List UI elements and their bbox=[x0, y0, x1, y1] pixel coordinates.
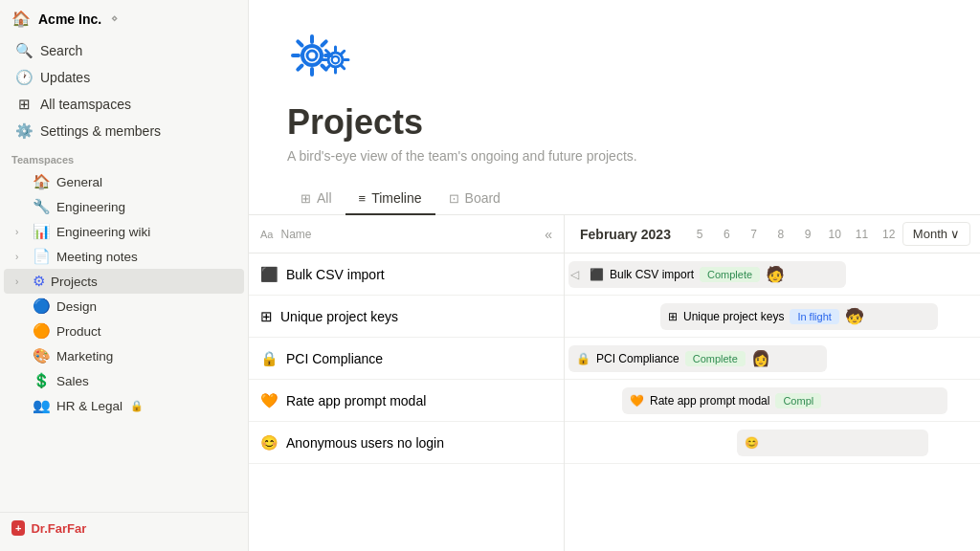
sidebar-item-updates[interactable]: 🕐 Updates bbox=[4, 64, 244, 91]
pci-bar-icon: 🔒 bbox=[576, 352, 590, 365]
tab-all[interactable]: ⊞ All bbox=[287, 183, 345, 215]
date-8: 8 bbox=[768, 228, 794, 241]
marketing-icon: 🎨 bbox=[33, 347, 51, 364]
sidebar-item-search-label: Search bbox=[40, 43, 82, 58]
prev-arrow-icon: ◁ bbox=[570, 268, 579, 281]
tab-board-label: Board bbox=[465, 190, 501, 206]
tab-board[interactable]: ⊡ Board bbox=[435, 183, 514, 215]
status-badge: Complete bbox=[685, 351, 746, 366]
tab-bar: ⊞ All ≡ Timeline ⊡ Board bbox=[249, 183, 980, 215]
sidebar-item-engineering-wiki[interactable]: › 📊 Engineering wiki bbox=[4, 219, 244, 244]
page-icon bbox=[287, 27, 942, 95]
rate-app-bar-label: Rate app prompt modal bbox=[650, 394, 769, 408]
gantt-bar-rate-app[interactable]: 🧡 Rate app prompt modal Compl bbox=[622, 387, 947, 414]
timeline-name-rows: ⬛ Bulk CSV import ⊞ Unique project keys … bbox=[249, 253, 564, 551]
status-badge: Compl bbox=[775, 393, 821, 408]
workspace-chevron: ⋄ bbox=[111, 12, 118, 25]
sidebar-item-projects[interactable]: › ⚙ Projects bbox=[4, 269, 244, 294]
gantt-row-bulk-csv: ◁ ⬛ Bulk CSV import Complete 🧑 bbox=[565, 253, 980, 296]
timeline-right-panel: February 2023 5 6 7 8 9 10 11 12 Month ∨ bbox=[565, 215, 980, 551]
sidebar-item-engineering[interactable]: 🔧 Engineering bbox=[4, 194, 244, 219]
sidebar-item-sales[interactable]: 💲 Sales bbox=[4, 368, 244, 393]
anon-users-icon: 😊 bbox=[260, 434, 278, 452]
product-icon: 🟠 bbox=[33, 322, 51, 340]
collapse-button[interactable]: « bbox=[545, 227, 552, 242]
sidebar-item-all-teamspaces[interactable]: ⊞ All teamspaces bbox=[4, 91, 244, 118]
sidebar-item-marketing[interactable]: 🎨 Marketing bbox=[4, 343, 244, 368]
sidebar-item-search[interactable]: 🔍 Search bbox=[4, 37, 244, 64]
gantt-bar-unique-keys[interactable]: ⊞ Unique project keys In flight 🧒 bbox=[660, 303, 938, 330]
sidebar-item-settings[interactable]: ⚙️ Settings & members bbox=[4, 118, 244, 144]
gantt-rows: ◁ ⬛ Bulk CSV import Complete 🧑 ⊞ Unique … bbox=[565, 253, 980, 551]
page-description: A bird's-eye view of the team's ongoing … bbox=[287, 148, 942, 164]
engineering-wiki-label: Engineering wiki bbox=[56, 225, 150, 239]
tab-all-label: All bbox=[317, 190, 332, 206]
meeting-notes-label: Meeting notes bbox=[56, 250, 138, 264]
svg-point-3 bbox=[332, 56, 340, 64]
pci-bar-label: PCI Compliance bbox=[596, 352, 679, 365]
page-title: Projects bbox=[287, 102, 942, 143]
updates-icon: 🕐 bbox=[15, 69, 33, 86]
general-icon: 🏠 bbox=[33, 173, 51, 190]
gantt-bar-pci[interactable]: 🔒 PCI Compliance Complete 👩 bbox=[568, 345, 827, 372]
sidebar-item-settings-label: Settings & members bbox=[40, 123, 161, 139]
timeline-date-header: February 2023 5 6 7 8 9 10 11 12 Month ∨ bbox=[565, 215, 980, 253]
sales-label: Sales bbox=[56, 374, 89, 388]
main-content: Projects A bird's-eye view of the team's… bbox=[249, 0, 980, 551]
projects-icon: ⚙ bbox=[33, 273, 45, 290]
watermark-text: Dr.FarFar bbox=[31, 521, 86, 536]
sidebar-item-product[interactable]: 🟠 Product bbox=[4, 319, 244, 343]
anon-users-label: Anonymous users no login bbox=[286, 435, 444, 451]
unique-keys-label: Unique project keys bbox=[280, 309, 398, 324]
engineering-label: Engineering bbox=[56, 200, 125, 214]
sidebar: 🏠 Acme Inc. ⋄ 🔍 Search 🕐 Updates ⊞ All t… bbox=[0, 0, 249, 551]
sidebar-item-design[interactable]: 🔵 Design bbox=[4, 294, 244, 319]
unique-keys-bar-icon: ⊞ bbox=[668, 310, 678, 323]
teamspaces-section-label: Teamspaces bbox=[0, 144, 248, 169]
expand-arrow-engineering-wiki: › bbox=[15, 227, 27, 237]
tab-timeline[interactable]: ≡ Timeline bbox=[345, 183, 435, 215]
workspace-header[interactable]: 🏠 Acme Inc. ⋄ bbox=[0, 0, 248, 37]
date-6: 6 bbox=[713, 228, 740, 241]
date-7: 7 bbox=[740, 228, 767, 241]
date-5: 5 bbox=[686, 228, 713, 241]
watermark-icon: + bbox=[11, 520, 25, 536]
status-badge: In flight bbox=[790, 309, 838, 324]
table-row[interactable]: 😊 Anonymous users no login bbox=[249, 422, 564, 464]
product-label: Product bbox=[56, 324, 101, 339]
date-cells: 5 6 7 8 9 10 11 12 bbox=[686, 228, 902, 241]
gantt-row-anon-users: 😊 bbox=[565, 422, 980, 464]
table-row[interactable]: ⊞ Unique project keys bbox=[249, 296, 564, 338]
design-icon: 🔵 bbox=[33, 298, 51, 315]
sidebar-item-hr-legal[interactable]: 👥 HR & Legal 🔒 bbox=[4, 393, 244, 418]
name-column-label: Name bbox=[280, 228, 311, 241]
timeline-left-panel: Aa Name « ⬛ Bulk CSV import ⊞ Unique pro… bbox=[249, 215, 565, 551]
engineering-wiki-icon: 📊 bbox=[33, 223, 51, 240]
bulk-csv-bar-icon: ⬛ bbox=[590, 268, 604, 281]
sidebar-item-general[interactable]: 🏠 General bbox=[4, 169, 244, 194]
sidebar-item-meeting-notes[interactable]: › 📄 Meeting notes bbox=[4, 244, 244, 269]
engineering-icon: 🔧 bbox=[33, 198, 51, 215]
bulk-csv-icon: ⬛ bbox=[260, 266, 278, 283]
table-row[interactable]: 🧡 Rate app prompt modal bbox=[249, 380, 564, 422]
timeline-area: Aa Name « ⬛ Bulk CSV import ⊞ Unique pro… bbox=[249, 215, 980, 551]
month-view-button[interactable]: Month ∨ bbox=[902, 222, 970, 246]
status-badge: Complete bbox=[700, 267, 760, 282]
sidebar-item-updates-label: Updates bbox=[40, 70, 90, 85]
table-row[interactable]: ⬛ Bulk CSV import bbox=[249, 253, 564, 296]
rate-app-icon: 🧡 bbox=[260, 392, 278, 409]
gantt-bar-bulk-csv[interactable]: ◁ ⬛ Bulk CSV import Complete 🧑 bbox=[568, 261, 846, 288]
watermark: + Dr.FarFar bbox=[0, 512, 248, 543]
unique-keys-icon: ⊞ bbox=[260, 308, 273, 325]
date-10: 10 bbox=[821, 228, 848, 241]
workspace-name: Acme Inc. bbox=[38, 11, 101, 27]
avatar: 🧑 bbox=[766, 265, 785, 283]
aa-icon: Aa bbox=[260, 229, 273, 240]
timeline-tab-icon: ≡ bbox=[359, 191, 367, 206]
sales-icon: 💲 bbox=[33, 372, 51, 389]
month-label: February 2023 bbox=[565, 227, 686, 242]
date-9: 9 bbox=[794, 228, 821, 241]
gantt-bar-anon-users[interactable]: 😊 bbox=[737, 430, 928, 456]
table-row[interactable]: 🔒 PCI Compliance bbox=[249, 338, 564, 380]
expand-arrow-meeting-notes: › bbox=[15, 252, 27, 262]
